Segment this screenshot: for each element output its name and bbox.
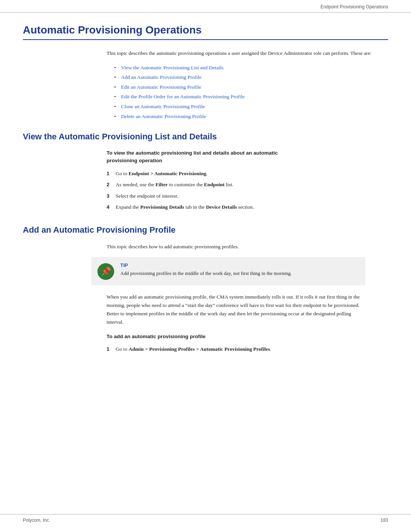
step-item: 3 Select the endpoint of interest. — [107, 192, 388, 200]
chapter-title: Automatic Provisioning Operations — [23, 24, 388, 40]
footer-company: Polycom, Inc. — [23, 518, 50, 523]
list-item: View the Automatic Provisioning List and… — [114, 64, 388, 72]
toc-link-3[interactable]: Edit an Automatic Provisioning Profile — [121, 84, 201, 90]
step-number: 2 — [107, 181, 110, 189]
step-bold: Endpoint — [204, 182, 225, 187]
page-footer: Polycom, Inc. 183 — [0, 514, 411, 523]
tip-label: TIP — [120, 262, 359, 268]
step-number: 3 — [107, 192, 110, 200]
toc-link-6[interactable]: Delete an Automatic Provisioning Profile — [121, 113, 206, 119]
procedure-label-1: To view the automatic provisioning list … — [107, 149, 388, 165]
step-number: 1 — [107, 345, 110, 353]
intro-paragraph: This topic describes the automatic provi… — [107, 49, 388, 58]
toc-link-4[interactable]: Edit the Profile Order for an Automatic … — [121, 94, 245, 99]
tip-icon-wrap: 📌 — [97, 263, 114, 280]
tip-box: 📌 TIP Add provisioning profiles in the m… — [91, 257, 365, 285]
tip-content: TIP Add provisioning profiles in the mid… — [120, 262, 359, 277]
toc-link-2[interactable]: Add an Automatic Provisioning Profile — [121, 74, 202, 80]
step-bold: Filter — [156, 182, 168, 187]
tip-icon: 📌 — [101, 267, 111, 276]
step-item: 2 As needed, use the Filter to customize… — [107, 181, 388, 189]
step-item: 4 Expand the Provisioning Details tab in… — [107, 203, 388, 211]
step-bold: Admin > Provisioning Profiles > Automati… — [129, 346, 270, 352]
steps-list-1: 1 Go to Endpoint > Automatic Provisionin… — [107, 169, 388, 211]
toc-list: View the Automatic Provisioning List and… — [114, 64, 388, 121]
header-text: Endpoint Provisioning Operations — [320, 4, 388, 10]
step-item: 1 Go to Endpoint > Automatic Provisionin… — [107, 169, 388, 178]
steps-list-2: 1 Go to Admin > Provisioning Profiles > … — [107, 345, 388, 353]
step-bold: Endpoint > Automatic Provisioning — [129, 171, 206, 176]
main-content: Automatic Provisioning Operations This t… — [0, 13, 411, 384]
list-item: Edit the Profile Order for an Automatic … — [114, 93, 388, 101]
step-bold: Provisioning Details — [140, 204, 184, 210]
toc-link-5[interactable]: Clone an Automatic Provisioning Profile — [121, 104, 205, 109]
section2-heading: Add an Automatic Provisioning Profile — [23, 225, 388, 235]
section1-heading: View the Automatic Provisioning List and… — [23, 132, 388, 142]
section2-body: When you add an automatic provisioning p… — [107, 293, 365, 327]
step-number: 1 — [107, 169, 110, 178]
toc-link-1[interactable]: View the Automatic Provisioning List and… — [121, 65, 223, 70]
step-bold: Device Details — [206, 204, 237, 210]
list-item: Edit an Automatic Provisioning Profile — [114, 83, 388, 91]
step-number: 4 — [107, 203, 110, 211]
footer-page-number: 183 — [381, 518, 388, 523]
sub-procedure-label: To add an automatic provisioning profile — [107, 333, 388, 340]
list-item: Delete an Automatic Provisioning Profile — [114, 112, 388, 121]
list-item: Add an Automatic Provisioning Profile — [114, 73, 388, 81]
section2-intro: This topic describes how to add automati… — [107, 243, 388, 251]
page-container: Endpoint Provisioning Operations Automat… — [0, 0, 411, 532]
list-item: Clone an Automatic Provisioning Profile — [114, 102, 388, 111]
tip-text: Add provisioning profiles in the middle … — [120, 270, 359, 277]
page-header: Endpoint Provisioning Operations — [0, 0, 411, 13]
step-item: 1 Go to Admin > Provisioning Profiles > … — [107, 345, 388, 353]
